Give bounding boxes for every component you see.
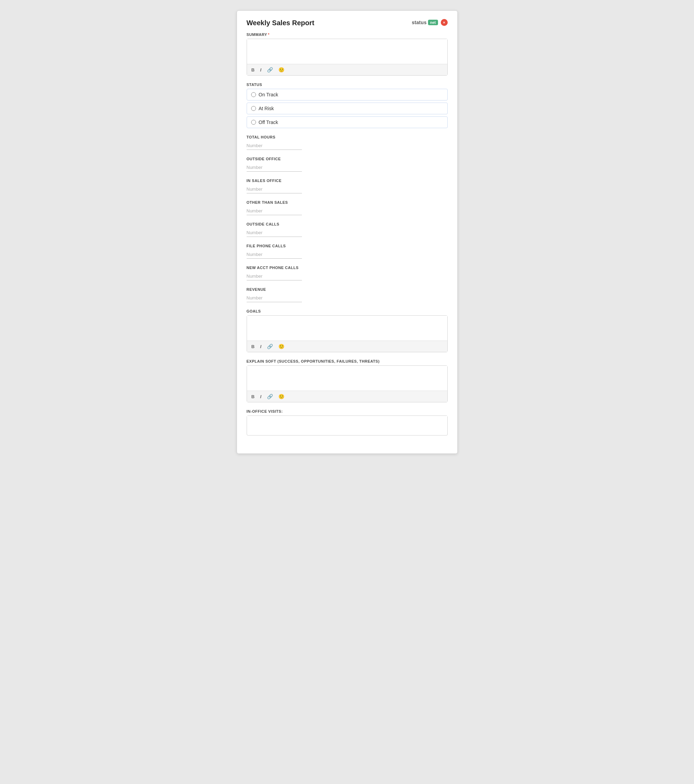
field-input-total-hours[interactable]	[247, 141, 302, 150]
field-label-outside-office: OUTSIDE OFFICE	[247, 157, 448, 161]
explain-soft-label: EXPLAIN SOFT (SUCCESS, OPPORTUNITIES, FA…	[247, 359, 448, 363]
status-label-at-risk[interactable]: At Risk	[259, 106, 274, 111]
soft-italic-icon[interactable]: I	[259, 394, 262, 400]
status-section: STATUS On Track At Risk Off Track	[247, 82, 448, 128]
field-section-new-acct-phone-calls: NEW ACCT PHONE CALLS	[247, 265, 448, 280]
field-section-other-than-sales: OTHER THAN SALES	[247, 200, 448, 215]
field-input-outside-calls[interactable]	[247, 228, 302, 237]
status-radio-at-risk[interactable]	[251, 106, 256, 111]
field-input-other-than-sales[interactable]	[247, 206, 302, 215]
status-net-badge: net	[428, 20, 438, 25]
status-text: status	[412, 20, 427, 25]
status-option-off-track[interactable]: Off Track	[247, 116, 448, 128]
goals-italic-icon[interactable]: I	[259, 343, 262, 350]
required-star: *	[268, 33, 269, 36]
field-section-outside-office: OUTSIDE OFFICE	[247, 157, 448, 172]
status-badge: status net	[412, 20, 438, 25]
field-input-outside-office[interactable]	[247, 163, 302, 172]
close-button[interactable]: ×	[441, 19, 448, 26]
status-label-on-track[interactable]: On Track	[259, 92, 279, 97]
soft-bold-icon[interactable]: B	[251, 394, 256, 400]
goals-section: GOALS B I 🔗 🙂	[247, 309, 448, 352]
field-input-new-acct-phone-calls[interactable]	[247, 272, 302, 280]
number-fields-container: TOTAL HOURSOUTSIDE OFFICEIN SALES OFFICE…	[247, 135, 448, 302]
field-section-file-phone-calls: FILE PHONE CALLS	[247, 244, 448, 259]
status-option-on-track[interactable]: On Track	[247, 89, 448, 100]
goals-link-icon[interactable]: 🔗	[266, 343, 274, 350]
header-right: status net ×	[412, 19, 448, 26]
field-section-total-hours: TOTAL HOURS	[247, 135, 448, 150]
status-option-at-risk[interactable]: At Risk	[247, 102, 448, 114]
summary-toolbar: B I 🔗 🙂	[247, 64, 447, 75]
status-radio-off-track[interactable]	[251, 120, 256, 125]
explain-soft-textarea[interactable]	[247, 366, 447, 389]
modal-title-wrapper: Weekly Sales Report	[247, 19, 314, 27]
modal-container: Weekly Sales Report status net × SUMMARY…	[237, 10, 458, 454]
bold-icon[interactable]: B	[251, 67, 256, 73]
goals-bold-icon[interactable]: B	[251, 343, 256, 350]
goals-label: GOALS	[247, 309, 448, 313]
goals-emoji-icon[interactable]: 🙂	[277, 343, 285, 350]
status-label-off-track[interactable]: Off Track	[259, 120, 279, 125]
field-label-file-phone-calls: FILE PHONE CALLS	[247, 244, 448, 248]
status-label: STATUS	[247, 82, 448, 87]
explain-soft-toolbar: B I 🔗 🙂	[247, 390, 447, 402]
in-office-editor-wrapper	[247, 415, 448, 435]
summary-label: SUMMARY*	[247, 33, 448, 36]
goals-textarea[interactable]	[247, 316, 447, 339]
explain-soft-section: EXPLAIN SOFT (SUCCESS, OPPORTUNITIES, FA…	[247, 359, 448, 402]
summary-editor-wrapper: B I 🔗 🙂	[247, 39, 448, 76]
field-label-outside-calls: OUTSIDE CALLS	[247, 222, 448, 226]
field-input-in-sales-office[interactable]	[247, 185, 302, 193]
link-icon[interactable]: 🔗	[266, 66, 274, 73]
field-label-new-acct-phone-calls: NEW ACCT PHONE CALLS	[247, 265, 448, 270]
goals-editor-wrapper: B I 🔗 🙂	[247, 315, 448, 352]
field-section-outside-calls: OUTSIDE CALLS	[247, 222, 448, 237]
field-section-revenue: REVENUE	[247, 287, 448, 302]
soft-link-icon[interactable]: 🔗	[266, 393, 274, 400]
in-office-visits-label: IN-OFFICE VISITS:	[247, 409, 448, 413]
field-input-revenue[interactable]	[247, 293, 302, 302]
field-section-in-sales-office: IN SALES OFFICE	[247, 179, 448, 193]
field-label-in-sales-office: IN SALES OFFICE	[247, 179, 448, 183]
field-label-revenue: REVENUE	[247, 287, 448, 292]
modal-header: Weekly Sales Report status net ×	[247, 19, 448, 27]
field-input-file-phone-calls[interactable]	[247, 250, 302, 259]
italic-icon[interactable]: I	[259, 67, 262, 73]
field-label-other-than-sales: OTHER THAN SALES	[247, 200, 448, 204]
emoji-icon[interactable]: 🙂	[277, 66, 285, 73]
soft-emoji-icon[interactable]: 🙂	[277, 393, 285, 400]
status-radio-on-track[interactable]	[251, 92, 256, 97]
in-office-textarea[interactable]	[247, 416, 447, 434]
summary-textarea[interactable]	[247, 39, 447, 63]
explain-soft-editor-wrapper: B I 🔗 🙂	[247, 366, 448, 402]
goals-toolbar: B I 🔗 🙂	[247, 341, 447, 352]
field-label-total-hours: TOTAL HOURS	[247, 135, 448, 139]
modal-title: Weekly Sales Report	[247, 19, 314, 27]
in-office-visits-section: IN-OFFICE VISITS:	[247, 409, 448, 435]
